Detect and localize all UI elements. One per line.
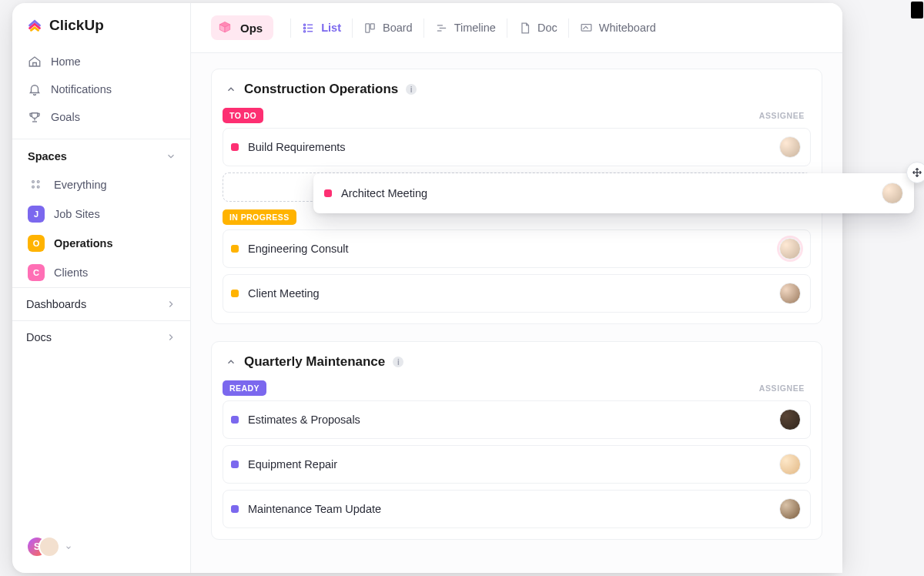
space-badge-c: C — [28, 264, 45, 281]
task-name: Maintenance Team Update — [248, 503, 381, 515]
chevron-up-icon — [226, 84, 236, 95]
task-row[interactable]: Maintenance Team Update — [223, 490, 811, 528]
topbar: Ops List Board Timeline Doc Whiteboard — [191, 3, 842, 53]
group-header[interactable]: Quarterly Maintenance i — [223, 353, 811, 379]
sidebar: ClickUp Home Notifications Goals Spaces — [12, 3, 191, 573]
task-name: Build Requirements — [248, 141, 346, 153]
nav-home[interactable]: Home — [20, 48, 182, 75]
task-row[interactable]: Estimates & Proposals — [223, 400, 811, 439]
assignee-avatar[interactable] — [779, 136, 801, 158]
dragging-task-card[interactable]: Architect Meeting — [313, 173, 914, 213]
home-icon — [28, 55, 42, 69]
group-title: Quarterly Maintenance — [244, 354, 385, 370]
assignee-avatar[interactable] — [779, 498, 801, 520]
user-avatar — [38, 536, 60, 558]
brand-logo[interactable]: ClickUp — [12, 14, 190, 48]
status-row-todo: TO DO ASSIGNEE — [223, 106, 811, 128]
bell-icon — [28, 82, 42, 96]
space-chip-label: Ops — [240, 22, 263, 35]
info-icon[interactable]: i — [406, 84, 417, 95]
spaces-header[interactable]: Spaces — [12, 139, 190, 170]
space-clients-label: Clients — [54, 266, 88, 279]
task-row[interactable]: Client Meeting — [223, 274, 811, 313]
view-tab-whiteboard-label: Whiteboard — [599, 22, 656, 34]
svg-point-3 — [37, 186, 39, 188]
clickup-logo-icon — [26, 17, 43, 34]
nav-goals-label: Goals — [51, 111, 80, 123]
space-job-sites[interactable]: J Job Sites — [12, 199, 190, 229]
space-chip[interactable]: Ops — [211, 15, 273, 40]
task-name: Estimates & Proposals — [248, 414, 360, 426]
assignee-avatar[interactable] — [779, 454, 801, 475]
status-square-icon — [324, 189, 332, 197]
chevron-right-icon — [166, 299, 176, 310]
assignee-avatar[interactable] — [779, 409, 801, 430]
assignee-avatar[interactable] — [779, 283, 801, 304]
view-tab-whiteboard[interactable]: Whiteboard — [568, 18, 667, 38]
space-job-sites-label: Job Sites — [54, 208, 100, 220]
view-tab-list[interactable]: List — [290, 18, 352, 38]
brand-name: ClickUp — [49, 17, 104, 34]
user-avatar-stack[interactable]: S — [26, 536, 60, 559]
chevron-down-icon — [166, 151, 176, 162]
assignee-column-header: ASSIGNEE — [759, 383, 805, 393]
task-name: Engineering Consult — [248, 243, 349, 255]
space-everything[interactable]: Everything — [12, 170, 190, 199]
space-clients[interactable]: C Clients — [12, 258, 190, 287]
task-name: Architect Meeting — [341, 187, 427, 199]
assignee-avatar[interactable] — [779, 238, 801, 260]
svg-point-4 — [304, 24, 306, 25]
list-group-construction-operations: Construction Operations i TO DO ASSIGNEE… — [211, 69, 822, 324]
nav-goals[interactable]: Goals — [20, 103, 182, 131]
task-row[interactable]: Build Requirements — [223, 128, 811, 166]
assignee-column-header: ASSIGNEE — [759, 111, 805, 120]
space-badge-o: O — [28, 235, 45, 252]
spaces-header-label: Spaces — [28, 150, 67, 162]
trophy-icon — [28, 110, 42, 124]
nav-dashboards-label: Dashboards — [26, 298, 86, 310]
nav-home-label: Home — [51, 55, 81, 68]
status-square-icon — [231, 505, 239, 513]
task-row[interactable]: Engineering Consult — [223, 229, 811, 268]
view-tab-board[interactable]: Board — [352, 18, 424, 38]
status-pill-ready[interactable]: READY — [223, 380, 266, 396]
info-icon[interactable]: i — [393, 357, 403, 367]
content: Construction Operations i TO DO ASSIGNEE… — [191, 53, 842, 573]
task-row[interactable]: Equipment Repair — [223, 445, 811, 484]
sidebar-footer[interactable]: S — [12, 525, 190, 573]
view-tab-doc[interactable]: Doc — [507, 18, 568, 38]
list-icon — [302, 22, 315, 35]
space-badge-j: J — [28, 206, 45, 223]
grid-icon — [28, 176, 45, 193]
status-square-icon — [231, 416, 239, 424]
svg-point-1 — [37, 181, 39, 183]
assignee-avatar[interactable] — [882, 183, 903, 204]
list-group-quarterly-maintenance: Quarterly Maintenance i READY ASSIGNEE E… — [211, 341, 822, 540]
svg-point-5 — [304, 27, 306, 28]
chevron-right-icon — [166, 332, 176, 343]
svg-point-2 — [32, 186, 35, 188]
view-tab-timeline[interactable]: Timeline — [424, 18, 507, 38]
main: Ops List Board Timeline Doc Whiteboard — [191, 3, 842, 573]
svg-rect-8 — [370, 23, 374, 28]
nav-dashboards[interactable]: Dashboards — [12, 287, 190, 320]
nav-docs[interactable]: Docs — [12, 320, 190, 353]
view-tab-timeline-label: Timeline — [454, 22, 496, 34]
cube-icon — [217, 20, 233, 35]
caret-down-icon — [65, 544, 72, 551]
nav-notifications[interactable]: Notifications — [20, 75, 182, 103]
view-tab-list-label: List — [321, 22, 341, 34]
svg-point-0 — [32, 181, 35, 183]
space-operations[interactable]: O Operations — [12, 229, 190, 258]
status-square-icon — [231, 290, 239, 297]
group-header[interactable]: Construction Operations i — [223, 80, 811, 106]
chevron-up-icon — [226, 357, 236, 367]
window-corner-decoration — [911, 2, 923, 18]
space-everything-label: Everything — [54, 179, 107, 191]
board-icon — [363, 22, 377, 35]
task-name: Client Meeting — [248, 287, 320, 300]
status-square-icon — [231, 245, 239, 253]
status-pill-todo[interactable]: TO DO — [223, 108, 263, 123]
status-square-icon — [231, 460, 239, 468]
status-pill-inprogress[interactable]: IN PROGRESS — [223, 209, 296, 225]
